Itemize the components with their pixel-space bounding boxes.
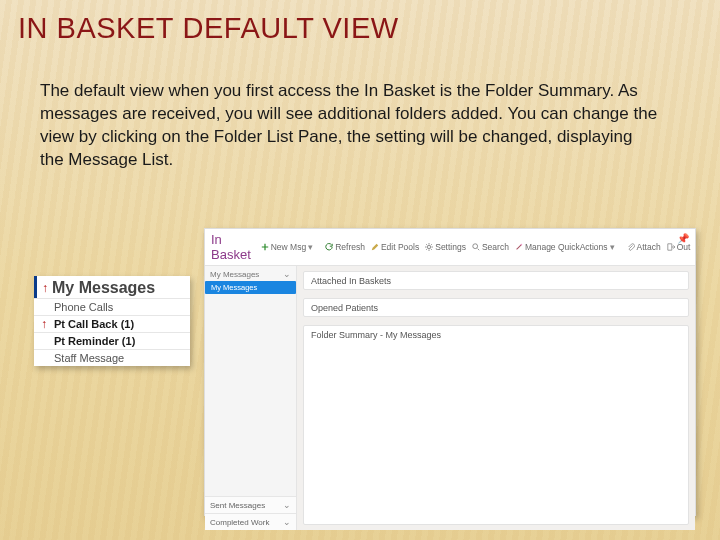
folder-list-pane[interactable]: My Messages ⌄ My Messages Sent Messages …	[205, 266, 297, 530]
refresh-icon	[325, 243, 333, 251]
folder-pane-header[interactable]: My Messages ⌄	[205, 266, 296, 281]
refresh-button[interactable]: Refresh	[325, 242, 365, 252]
list-item[interactable]: Pt Reminder (1)	[34, 332, 190, 349]
content-pane: Attached In Baskets Opened Patients Fold…	[297, 266, 695, 530]
list-item[interactable]: Staff Message	[34, 349, 190, 366]
card-opened-patients[interactable]: Opened Patients	[303, 298, 689, 317]
staff-message-label: Staff Message	[54, 352, 124, 364]
edit-pools-button[interactable]: Edit Pools	[371, 242, 419, 252]
search-button[interactable]: Search	[472, 242, 509, 252]
page-title: IN BASKET DEFAULT VIEW	[18, 12, 399, 45]
svg-point-1	[473, 244, 478, 249]
chevron-down-icon: ⌄	[283, 269, 291, 279]
list-item[interactable]: Phone Calls	[34, 298, 190, 315]
folder-selected-my-messages[interactable]: My Messages	[205, 281, 296, 294]
phone-calls-label: Phone Calls	[54, 301, 113, 313]
plus-icon	[261, 243, 269, 251]
pin-icon[interactable]: 📌	[677, 233, 689, 244]
wand-icon	[515, 243, 523, 251]
chevron-down-icon: ⌄	[283, 500, 291, 510]
in-basket-toolbar: In Basket New Msg ▾ Refresh Edit Pools S…	[205, 229, 695, 266]
svg-point-0	[428, 245, 431, 248]
card-folder-summary[interactable]: Folder Summary - My Messages	[303, 325, 689, 525]
up-arrow-red-icon: ↑	[41, 318, 47, 330]
in-basket-title: In Basket	[211, 232, 251, 262]
my-messages-callout: ↑ My Messages Phone Calls ↑ Pt Call Back…	[34, 276, 190, 366]
pt-reminder-label: Pt Reminder (1)	[54, 335, 135, 347]
chevron-down-icon: ⌄	[283, 517, 291, 527]
attach-button[interactable]: Attach	[627, 242, 661, 252]
manage-quickactions-button[interactable]: Manage QuickActions ▾	[515, 242, 615, 252]
pencil-icon	[371, 243, 379, 251]
folder-completed-work[interactable]: Completed Work ⌄	[205, 513, 296, 530]
my-messages-header-label: My Messages	[52, 279, 155, 297]
svg-point-2	[520, 244, 522, 246]
slide-body-text: The default view when you first access t…	[40, 80, 660, 172]
my-messages-header[interactable]: ↑ My Messages	[34, 276, 190, 298]
new-msg-button[interactable]: New Msg ▾	[261, 242, 313, 252]
card-attached-in-baskets[interactable]: Attached In Baskets	[303, 271, 689, 290]
in-basket-panel: In Basket New Msg ▾ Refresh Edit Pools S…	[204, 228, 696, 516]
list-item[interactable]: ↑ Pt Call Back (1)	[34, 315, 190, 332]
up-arrow-red-icon: ↑	[42, 282, 48, 294]
gear-icon	[425, 243, 433, 251]
chevron-down-icon: ▾	[610, 242, 615, 252]
search-icon	[472, 243, 480, 251]
out-icon	[667, 243, 675, 251]
folder-pane-header-label: My Messages	[210, 270, 259, 279]
folder-sent-messages[interactable]: Sent Messages ⌄	[205, 496, 296, 513]
chevron-down-icon: ▾	[308, 242, 313, 252]
settings-button[interactable]: Settings	[425, 242, 466, 252]
paperclip-icon	[627, 243, 635, 251]
pt-call-back-label: Pt Call Back (1)	[54, 318, 134, 330]
